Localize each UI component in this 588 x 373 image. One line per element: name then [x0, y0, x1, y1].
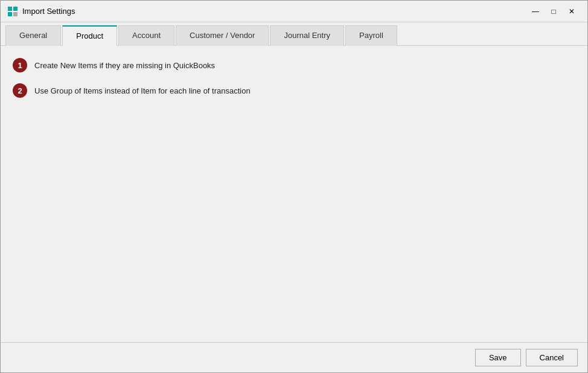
svg-rect-1: [13, 7, 18, 11]
svg-rect-0: [8, 7, 12, 11]
close-button[interactable]: ✕: [563, 5, 580, 18]
cancel-button[interactable]: Cancel: [526, 349, 578, 366]
badge-2: 2: [13, 83, 27, 98]
minimize-button[interactable]: —: [527, 5, 544, 18]
svg-rect-3: [13, 12, 18, 16]
setting-text-1: Create New Items if they are missing in …: [34, 61, 215, 70]
setting-item-1: 1 Create New Items if they are missing i…: [13, 58, 575, 72]
tab-product[interactable]: Product: [62, 25, 117, 46]
save-button[interactable]: Save: [475, 349, 521, 366]
title-bar-controls: — □ ✕: [527, 5, 580, 18]
tab-customer-vendor[interactable]: Customer / Vendor: [176, 25, 269, 46]
maximize-button[interactable]: □: [545, 5, 562, 18]
import-settings-window: Import Settings — □ ✕ General Product Ac…: [0, 0, 588, 373]
tab-bar: General Product Account Customer / Vendo…: [1, 22, 587, 46]
setting-item-2: 2 Use Group of Items instead of Item for…: [13, 83, 575, 98]
app-icon: [8, 7, 18, 16]
svg-rect-2: [8, 12, 12, 16]
title-bar-left: Import Settings: [8, 7, 75, 16]
tab-journal-entry[interactable]: Journal Entry: [270, 25, 344, 46]
tab-general[interactable]: General: [5, 25, 61, 46]
content-area: 1 Create New Items if they are missing i…: [1, 46, 587, 342]
footer: Save Cancel: [1, 342, 587, 372]
tab-payroll[interactable]: Payroll: [345, 25, 397, 46]
title-bar: Import Settings — □ ✕: [1, 1, 587, 22]
badge-1: 1: [13, 58, 27, 72]
setting-text-2: Use Group of Items instead of Item for e…: [34, 86, 251, 95]
tab-account[interactable]: Account: [118, 25, 174, 46]
window-title: Import Settings: [22, 7, 75, 16]
